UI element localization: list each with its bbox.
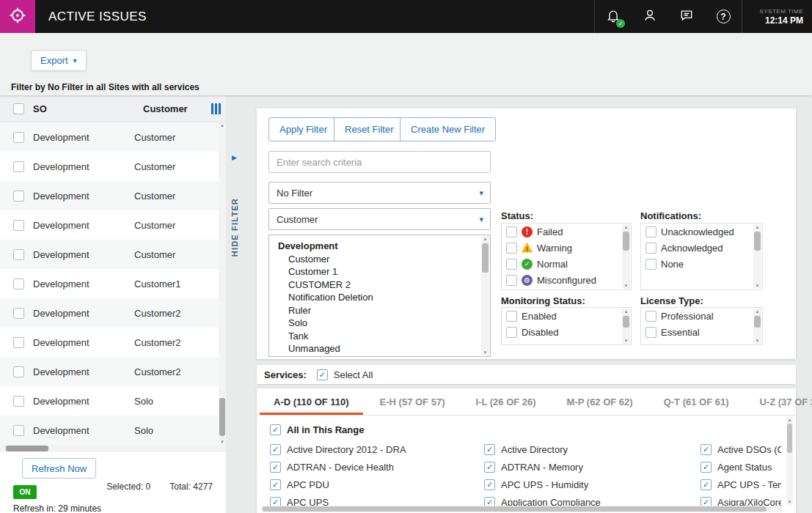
table-row[interactable]: Development Customer2: [0, 298, 219, 328]
scrollbar-thumb[interactable]: [787, 424, 792, 453]
service-option[interactable]: APC UPS - Humidity: [484, 479, 701, 490]
notification-filter-option[interactable]: Unacknowledged: [641, 224, 762, 240]
status-checkbox[interactable]: [506, 259, 517, 270]
service-option[interactable]: Active DSOs (Cisc: [701, 444, 781, 455]
tree-item[interactable]: Customer 1: [278, 265, 480, 278]
refresh-now-button[interactable]: Refresh Now: [22, 458, 96, 479]
service-checkbox[interactable]: [701, 444, 712, 455]
row-checkbox[interactable]: [13, 396, 24, 407]
notification-checkbox[interactable]: [645, 243, 656, 254]
export-button[interactable]: Export ▾: [31, 50, 87, 71]
monitoring-status-option[interactable]: Enabled: [502, 308, 631, 324]
row-checkbox[interactable]: [13, 191, 24, 202]
hide-filter-button[interactable]: HIDE FILTER: [230, 198, 239, 256]
service-option[interactable]: Active Directory 2012 - DRA: [270, 444, 484, 455]
service-checkbox[interactable]: [701, 462, 712, 473]
row-checkbox[interactable]: [13, 161, 24, 172]
notifications-scrollbar[interactable]: [753, 224, 761, 289]
service-range-tab[interactable]: A-D (110 OF 110): [258, 388, 365, 415]
status-filter-option[interactable]: Warning: [502, 240, 631, 256]
service-option[interactable]: APC UPS - Tempe: [701, 479, 781, 490]
service-checkbox[interactable]: [270, 444, 281, 455]
tree-item[interactable]: Ruler: [278, 304, 480, 317]
license-type-option[interactable]: Professional: [641, 308, 762, 324]
tree-item[interactable]: Development: [278, 240, 480, 253]
collapse-arrow-icon[interactable]: ▶: [232, 154, 237, 161]
service-option[interactable]: ADTRAN - Memory: [484, 462, 701, 473]
service-range-tab[interactable]: M-P (62 OF 62): [552, 388, 648, 415]
table-row[interactable]: Development Customer: [0, 122, 219, 152]
tree-scrollbar[interactable]: [481, 236, 489, 355]
status-filter-option[interactable]: Normal: [502, 256, 631, 272]
select-all-services-checkbox[interactable]: [317, 369, 328, 380]
filter-select[interactable]: No Filter ▾: [268, 182, 491, 204]
monitoring-status-option[interactable]: Disabled: [502, 324, 631, 340]
service-option[interactable]: ADTRAN - Device Health: [270, 462, 484, 473]
group-by-select[interactable]: Customer ▾: [268, 208, 491, 230]
notification-checkbox[interactable]: [645, 226, 656, 237]
tree-item[interactable]: Unmanaged: [278, 342, 480, 355]
tree-item[interactable]: Solo: [278, 317, 480, 330]
notification-checkbox[interactable]: [645, 259, 656, 270]
service-checkbox[interactable]: [484, 479, 495, 490]
app-logo[interactable]: [0, 0, 35, 33]
customer-tree-listbox[interactable]: Development Customer Customer 1 CUSTOMER…: [268, 235, 491, 357]
scrollbar-thumb[interactable]: [219, 398, 225, 436]
status-checkbox[interactable]: [506, 243, 517, 254]
service-checkbox[interactable]: [484, 462, 495, 473]
table-row[interactable]: Development Customer2: [0, 357, 219, 386]
scrollbar-thumb[interactable]: [754, 316, 761, 328]
user-button[interactable]: [632, 0, 668, 33]
service-checkbox[interactable]: [270, 479, 281, 490]
row-checkbox[interactable]: [13, 249, 24, 260]
search-input[interactable]: [268, 151, 491, 173]
table-row[interactable]: Development Customer: [0, 210, 219, 240]
scrollbar-thumb[interactable]: [482, 243, 489, 273]
scrollbar-thumb[interactable]: [754, 232, 761, 251]
notification-filter-option[interactable]: Acknowledged: [641, 240, 762, 256]
license-type-checkbox[interactable]: [645, 327, 656, 338]
service-checkbox[interactable]: [484, 444, 495, 455]
monitoring-status-checkbox[interactable]: [506, 311, 517, 322]
row-checkbox[interactable]: [13, 278, 24, 289]
tree-item[interactable]: Customer: [278, 253, 480, 266]
table-row[interactable]: Development Customer: [0, 240, 219, 269]
row-checkbox[interactable]: [13, 132, 24, 143]
column-header-so[interactable]: SO: [33, 103, 47, 114]
service-range-tab[interactable]: I-L (26 OF 26): [460, 388, 551, 415]
scrollbar-thumb[interactable]: [623, 316, 629, 328]
status-scrollbar[interactable]: [622, 224, 630, 289]
all-in-range-checkbox[interactable]: [270, 424, 281, 435]
table-row[interactable]: Development Solo: [0, 386, 219, 416]
services-horizontal-scrollbar[interactable]: [261, 506, 783, 512]
auto-refresh-toggle[interactable]: ON: [13, 485, 37, 499]
column-chooser-icon[interactable]: [211, 103, 222, 117]
status-filter-option[interactable]: Failed: [502, 224, 631, 240]
service-range-tab[interactable]: Q-T (61 OF 61): [648, 388, 745, 415]
service-option[interactable]: APC PDU: [270, 479, 484, 490]
row-checkbox[interactable]: [13, 425, 24, 436]
row-checkbox[interactable]: [13, 308, 24, 319]
row-checkbox[interactable]: [13, 220, 24, 231]
scrollbar-thumb[interactable]: [263, 506, 767, 512]
scrollbar-thumb[interactable]: [6, 446, 48, 451]
scrollbar-thumb[interactable]: [623, 232, 629, 251]
table-row[interactable]: Development Customer: [0, 152, 219, 181]
table-row[interactable]: Development Customer: [0, 181, 219, 210]
table-row[interactable]: Development Customer1: [0, 269, 219, 298]
feedback-button[interactable]: [668, 0, 705, 33]
license-type-scrollbar[interactable]: [753, 309, 761, 344]
table-horizontal-scrollbar[interactable]: [0, 445, 226, 452]
service-checkbox[interactable]: [701, 479, 712, 490]
create-new-filter-button[interactable]: Create New Filter: [400, 117, 496, 141]
tree-item[interactable]: CUSTOMER 2: [278, 278, 480, 292]
monitoring-status-checkbox[interactable]: [506, 327, 517, 338]
notification-filter-option[interactable]: None: [641, 256, 762, 272]
service-range-tab[interactable]: U-Z (37 OF 37): [745, 388, 812, 415]
status-filter-option[interactable]: Misconfigured: [502, 272, 631, 288]
column-header-customer[interactable]: Customer: [143, 103, 188, 114]
monitoring-status-scrollbar[interactable]: [622, 309, 630, 344]
row-checkbox[interactable]: [13, 337, 24, 348]
select-all-rows-checkbox[interactable]: [13, 103, 24, 114]
reset-filter-button[interactable]: Reset Filter: [334, 117, 404, 141]
